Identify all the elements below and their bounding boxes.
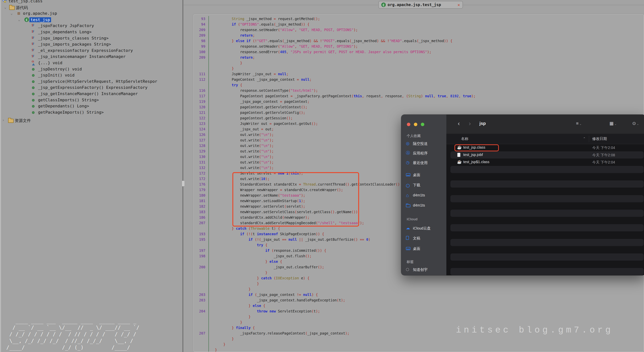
tree-row-_jsp_instancemanager-instancemanager[interactable]: SF_jsp_instancemanager InstanceManager [0, 54, 182, 60]
decompiler-tree-panel[interactable]: Jtest_jsp.class⌄源代码⌄⊞org.apache.jsp⌄Ctes… [0, 0, 183, 352]
chevron-down-icon[interactable]: ⌄ [4, 5, 6, 9]
line-number: 128 [194, 143, 205, 148]
line-number: 121 [194, 110, 205, 115]
sf-icon: SF [32, 36, 34, 40]
sidebar-item-home[interactable]: ⌂d4m1ts [401, 193, 446, 199]
tab-close-icon[interactable]: ✕ [458, 3, 460, 7]
tree-row-org-apache-jsp[interactable]: ⌄⊞org.apache.jsp [0, 11, 182, 16]
finder-toolbar: ‹ › jsp ≡⌄ ▦⌄ ⊙⌄ [446, 115, 644, 134]
tree-row--[interactable]: ›资源文件 [0, 118, 182, 123]
tree-label[interactable]: _jspx_imports_classes String> [38, 36, 108, 41]
tree-label[interactable]: _jsp_instancemanager InstanceManager [38, 54, 126, 59]
finder-sidebar[interactable]: 个人收藏◎隔空投送Ⓐ应用程序◷最近使用桌面↓下载⌂d4m1tsd4m1tsiCl… [401, 115, 446, 275]
sidebar-item-tag[interactable]: 知道创宇 [401, 267, 446, 273]
sidebar-item-folder[interactable]: d4m1ts [401, 203, 446, 209]
tree-label[interactable]: _jspx_imports_packages String> [38, 42, 111, 47]
tree-label[interactable]: 源代码 [16, 5, 28, 11]
line-number [194, 319, 205, 325]
tree-row-getclassimports-string-[interactable]: getClassImports() String> [0, 97, 182, 103]
list-view-icon[interactable]: ≡⌄ [576, 121, 582, 126]
desktop-icon [406, 172, 410, 177]
tree-row-_jspinit-void[interactable]: _jspInit() void [0, 73, 182, 78]
close-traffic-light[interactable] [407, 123, 410, 126]
splitter-grip[interactable] [182, 181, 185, 187]
tree-row--void[interactable]: CS{...} void [0, 60, 182, 66]
tree-row-_jspx_imports_classes-string-[interactable]: SF_jspx_imports_classes String> [0, 36, 182, 41]
java-file-icon: ☕ [457, 145, 462, 149]
tree-label[interactable]: org.apache.jsp [23, 11, 57, 16]
tree-label[interactable]: getClassImports() String> [38, 98, 99, 102]
tree-row--[interactable]: ⌄源代码 [0, 5, 182, 10]
tree-row-getpackageimports-string-[interactable]: getPackageImports() String> [0, 110, 182, 115]
back-icon[interactable]: ‹ [458, 120, 460, 127]
sidebar-item-clock[interactable]: ◷最近使用 [401, 160, 446, 166]
method-icon [32, 67, 34, 71]
zoom-traffic-light[interactable] [421, 123, 424, 126]
line-number: 100 [194, 49, 205, 55]
tree-row-_jspservice-httpservletrequest-httpservletrespor[interactable]: _jspService(HttpServletRequest, HttpServ… [0, 79, 182, 84]
line-number: 200 [194, 264, 205, 270]
tree-row-_jsp_getinstancemanager-instancemanager[interactable]: _jsp_getInstanceManager() InstanceManage… [0, 91, 182, 97]
sort-ascending-icon[interactable]: ⌃ [583, 137, 586, 140]
line-number: 99 [194, 44, 205, 49]
tree-label[interactable]: 资源文件 [15, 118, 31, 123]
tree-label[interactable]: _jspInit() void [38, 73, 74, 77]
sidebar-item-desktop[interactable]: 桌面 [401, 172, 446, 178]
chevron-right-icon[interactable]: › [2, 118, 4, 122]
tree-row-test_jsp[interactable]: ⌄Ctest_jsp [0, 17, 182, 23]
code-line: } [194, 286, 644, 292]
tree-label[interactable]: getDependants() Long> [38, 104, 89, 108]
tree-row-_jsp_getexpressionfactory-expressionfactory[interactable]: _jsp_getExpressionFactory() ExpressionFa… [0, 85, 182, 90]
tree-label[interactable]: {...} void [38, 61, 62, 65]
chevron-down-icon[interactable]: ⌄ [10, 11, 13, 16]
finder-file-list[interactable]: ☕test_jsp.class今天 下午2:04test_jsp.jobf今天 … [446, 144, 644, 275]
sidebar-item-download[interactable]: ↓下载 [401, 183, 446, 188]
group-view-icon[interactable]: ▦⌄ [610, 121, 617, 126]
more-actions-icon[interactable]: ⊙⌄ [632, 121, 639, 126]
line-number: 180 [194, 193, 205, 198]
forward-icon[interactable]: › [469, 120, 471, 127]
sidebar-item-appstore[interactable]: Ⓐ应用程序 [401, 151, 446, 156]
finder-window[interactable]: 个人收藏◎隔空投送Ⓐ应用程序◷最近使用桌面↓下载⌂d4m1tsd4m1tsiCl… [401, 115, 644, 275]
tree-label[interactable]: test_jsp.class [8, 0, 42, 3]
minimize-traffic-light[interactable] [414, 123, 417, 126]
file-row-test_jsp$1-class[interactable]: ☕test_jsp$1.class今天 下午2:04 [446, 158, 644, 166]
tree-row-_jspxfactory-jspfactory[interactable]: SF_jspxFactory JspFactory [0, 23, 182, 29]
tree-label[interactable]: _jsp_getExpressionFactory() ExpressionFa… [38, 85, 148, 90]
tree-row-getdependants-long-[interactable]: getDependants() Long> [0, 104, 182, 109]
tree-label[interactable]: _jsp_getInstanceManager() InstanceManage… [38, 91, 138, 96]
tree-label[interactable]: _jspx_dependants Long> [38, 30, 92, 34]
sidebar-item-label: 文稿 [413, 236, 420, 241]
panel-splitter[interactable] [183, 0, 183, 352]
sidebar-item-doc[interactable]: 文稿 [401, 236, 446, 241]
column-name[interactable]: 名称 [461, 136, 468, 141]
sidebar-item-cloud[interactable]: ☁iCloud云盘 [401, 226, 446, 231]
line-number: 116 [194, 88, 205, 93]
finder-column-header[interactable]: 名称 ⌃ 修改日期 [446, 134, 644, 144]
tab-org-apache-jsp-test-jsp[interactable]: C org.apache.jsp.test_jsp ✕ [378, 1, 463, 9]
tree-label[interactable]: getPackageImports() String> [38, 110, 104, 115]
code-line: } [194, 281, 644, 286]
tree-row-_jspx_dependants-long-[interactable]: SF_jspx_dependants Long> [0, 30, 182, 35]
tree-row-_el_expressionfactory-expressionfactory[interactable]: SF_el_expressionfactory ExpressionFactor… [0, 48, 182, 54]
clock-icon: ◷ [406, 160, 410, 165]
chevron-down-icon[interactable]: ⌄ [18, 17, 20, 22]
file-name: test_jsp$1.class [463, 160, 489, 164]
line-number: 203 [194, 297, 205, 303]
tree-label[interactable]: test_jsp [30, 17, 51, 22]
sidebar-item-airdrop[interactable]: ◎隔空投送 [401, 141, 446, 147]
tree-row-_jspdestroy-void[interactable]: _jspDestroy() void [0, 67, 182, 72]
column-date[interactable]: 修改日期 [592, 136, 607, 141]
tree-label[interactable]: _jspService(HttpServletRequest, HttpServ… [38, 79, 157, 84]
file-row-test_jsp-class[interactable]: ☕test_jsp.class今天 下午2:04 [446, 144, 644, 151]
download-icon: ↓ [406, 183, 410, 187]
tree-label[interactable]: _jspxFactory JspFactory [38, 23, 94, 28]
tree-row-test_jsp-class[interactable]: Jtest_jsp.class [0, 0, 182, 4]
tree-label[interactable]: _jspDestroy() void [38, 67, 82, 71]
tree-row-_jspx_imports_packages-string-[interactable]: SF_jspx_imports_packages String> [0, 42, 182, 47]
line-number [194, 286, 205, 292]
tree-label[interactable]: _el_expressionfactory ExpressionFactory [38, 48, 133, 53]
file-row-test_jsp-jobf[interactable]: test_jsp.jobf今天 下午2:08 [446, 151, 644, 159]
sidebar-item-desktop[interactable]: 桌面 [401, 246, 446, 252]
code-highlight-box [232, 172, 359, 227]
